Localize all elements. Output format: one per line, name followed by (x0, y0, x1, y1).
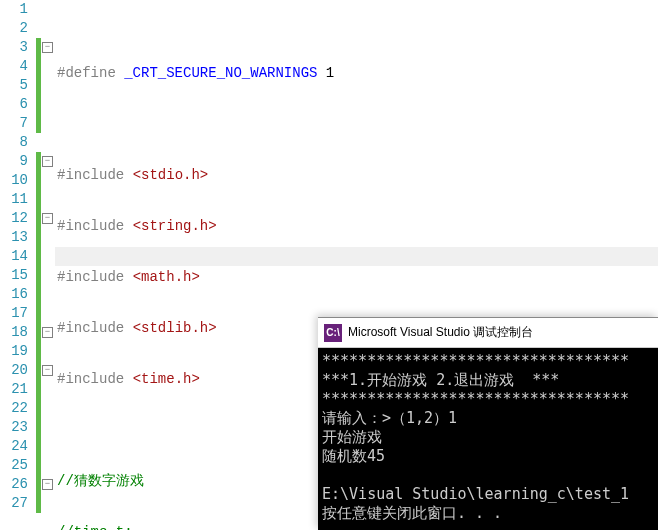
code-line[interactable] (57, 115, 658, 134)
console-titlebar[interactable]: C:\ Microsoft Visual Studio 调试控制台 (318, 318, 658, 348)
console-title: Microsoft Visual Studio 调试控制台 (348, 324, 533, 341)
fold-toggle-icon[interactable]: − (42, 42, 53, 53)
console-output[interactable]: ********************************** ***1.… (318, 348, 658, 527)
code-line[interactable]: #include <math.h> (57, 268, 658, 287)
code-line[interactable]: #include <stdio.h> (57, 166, 658, 185)
code-line[interactable]: #include <string.h> (57, 217, 658, 236)
fold-toggle-icon[interactable]: − (42, 213, 53, 224)
console-app-icon: C:\ (324, 324, 342, 342)
fold-toggle-icon[interactable]: − (42, 327, 53, 338)
debug-console-window[interactable]: C:\ Microsoft Visual Studio 调试控制台 ******… (318, 317, 658, 530)
fold-toggle-icon[interactable]: − (42, 156, 53, 167)
fold-toggle-icon[interactable]: − (42, 479, 53, 490)
fold-toggle-icon[interactable]: − (42, 365, 53, 376)
fold-column: − − − − − − (41, 0, 55, 530)
code-line[interactable]: #define _CRT_SECURE_NO_WARNINGS 1 (57, 64, 658, 83)
line-number-gutter: 1 2 3 4 5 6 7 8 9 10 11 12 13 14 15 16 1… (0, 0, 36, 530)
